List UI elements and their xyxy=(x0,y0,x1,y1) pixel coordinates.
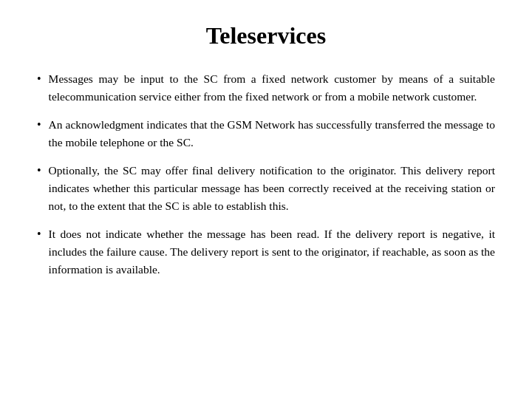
bullet-list: Messages may be input to the SC from a f… xyxy=(37,70,495,279)
list-item: It does not indicate whether the message… xyxy=(37,225,495,279)
list-item: Optionally, the SC may offer final deliv… xyxy=(37,162,495,215)
main-content: Messages may be input to the SC from a f… xyxy=(37,70,495,289)
bullet-text-2: An acknowledgment indicates that the GSM… xyxy=(49,116,495,151)
bullet-text-4: It does not indicate whether the message… xyxy=(49,225,495,279)
bullet-text-1: Messages may be input to the SC from a f… xyxy=(49,70,495,106)
page-title: Teleservices xyxy=(206,22,326,50)
list-item: An acknowledgment indicates that the GSM… xyxy=(37,116,495,151)
list-item: Messages may be input to the SC from a f… xyxy=(37,70,495,106)
bullet-text-3: Optionally, the SC may offer final deliv… xyxy=(49,162,495,215)
